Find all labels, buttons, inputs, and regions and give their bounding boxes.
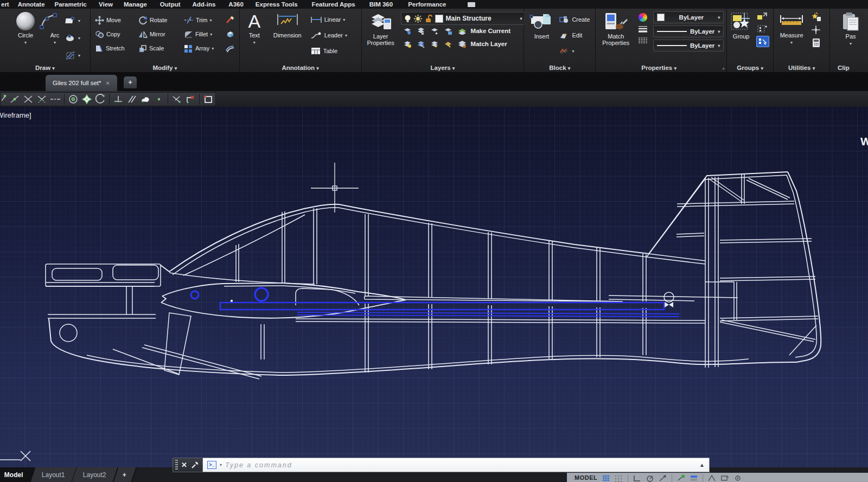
linetype-dropdown[interactable]: ByLayer▾ [653, 40, 724, 52]
lineweight-dropdown[interactable]: ByLayer▾ [653, 25, 724, 37]
ribbon-toggle-icon[interactable] [468, 2, 475, 7]
layer-dropdown[interactable]: Main Structure ▾ [401, 12, 526, 25]
linear-dimension-button[interactable]: Linear ▾ [310, 13, 347, 26]
menu-item-annotate[interactable]: Annotate [18, 1, 45, 8]
menu-item-parametric[interactable]: Parametric [55, 1, 87, 8]
table-button[interactable]: Table [310, 44, 347, 57]
drawing-canvas[interactable]: Wireframe] W [0, 107, 868, 482]
command-input[interactable]: >_ ▾ Type a command ▲ [203, 458, 710, 472]
object-snap-icon[interactable] [676, 474, 685, 482]
measure-button[interactable]: Measure▾ [775, 12, 808, 45]
menu-item-performance[interactable]: Performance [408, 1, 446, 8]
lineweight-display-icon[interactable] [690, 474, 698, 482]
layer-freeze-icon[interactable] [430, 27, 439, 35]
color-wheel-icon[interactable] [639, 13, 647, 22]
command-history-toggle[interactable]: ▲ [699, 462, 705, 468]
drawing-tab-active[interactable]: Giles 202 full set* ✕ [46, 75, 117, 91]
lineweight-list-icon[interactable] [638, 25, 648, 33]
menu-item-manage[interactable]: Manage [124, 1, 147, 8]
match-layer-label[interactable]: Match Layer [471, 41, 507, 47]
layer-walk-icon[interactable] [444, 40, 452, 48]
osnap-extension-icon[interactable] [49, 93, 61, 105]
group-edit-icon[interactable] [756, 24, 768, 33]
osnap-center-icon[interactable] [67, 93, 79, 105]
panel-label-annotation[interactable]: Annotation ▾ [240, 65, 361, 71]
panel-label-groups[interactable]: Groups ▾ [727, 65, 773, 71]
layer-lock-icon[interactable] [444, 27, 452, 35]
osnap-settings-icon[interactable] [202, 93, 214, 105]
paste-button[interactable]: Pas▾ [835, 12, 866, 46]
osnap-apparent-intersection-icon[interactable] [36, 93, 48, 105]
drawing-tab-close-icon[interactable]: ✕ [106, 80, 110, 86]
quick-calc-icon[interactable] [812, 38, 820, 48]
osnap-tangent-icon[interactable] [94, 93, 106, 105]
scale-button[interactable]: Scale [138, 42, 184, 55]
panel-label-properties[interactable]: Properties ▾ ⌟ [596, 65, 726, 71]
text-button[interactable]: A Text▾ [241, 12, 268, 45]
mirror-button[interactable]: Mirror [138, 28, 184, 41]
ortho-mode-icon[interactable] [633, 474, 641, 482]
ellipse-tool-button[interactable]: ▾ [65, 31, 80, 44]
menu-item-featured-apps[interactable]: Featured Apps [312, 1, 355, 8]
rectangle-tool-button[interactable]: ▾ [65, 14, 80, 27]
osnap-intersection-icon[interactable] [22, 93, 34, 105]
stretch-button[interactable]: Stretch [95, 42, 138, 55]
workspace-gear-icon[interactable] [733, 474, 742, 482]
rotate-button[interactable]: Rotate [138, 14, 184, 27]
line-button-partial[interactable]: ne [0, 12, 4, 38]
osnap-midpoint-icon[interactable] [9, 93, 21, 105]
tab-layout2[interactable]: Layout2 [72, 467, 118, 482]
quick-select-icon[interactable] [810, 12, 821, 22]
panel-label-draw[interactable]: Draw ▾ [0, 65, 90, 71]
osnap-node-icon[interactable] [153, 93, 165, 105]
osnap-quadrant-icon[interactable] [81, 93, 93, 105]
osnap-nearest-icon[interactable] [171, 93, 183, 105]
viewcube-west-label[interactable]: W [860, 135, 868, 148]
erase-button[interactable] [225, 14, 239, 27]
panel-label-modify[interactable]: Modify ▾ [91, 65, 239, 71]
leader-button[interactable]: Leader ▾ [310, 29, 347, 42]
osnap-perpendicular-icon[interactable] [112, 93, 124, 105]
new-drawing-tab-button[interactable]: + [124, 76, 137, 88]
trim-button[interactable]: Trim ▾ [184, 14, 225, 27]
osnap-parallel-icon[interactable] [126, 93, 138, 105]
recent-commands-caret[interactable]: ▾ [220, 462, 222, 467]
edit-block-button[interactable]: Edit [559, 29, 590, 42]
copy-button[interactable]: Copy [95, 28, 138, 41]
ungroup-icon[interactable] [756, 12, 768, 21]
snap-mode-icon[interactable] [615, 474, 623, 482]
osnap-tracking-icon[interactable] [659, 474, 667, 482]
menu-item-output[interactable]: Output [160, 1, 181, 8]
layer-isolate-icon[interactable] [403, 27, 412, 35]
layer-unlock-all-icon[interactable] [430, 40, 439, 48]
new-layout-button[interactable]: + [114, 467, 137, 482]
array-button[interactable]: Array ▾ [184, 42, 225, 55]
offset-button[interactable] [225, 42, 239, 55]
point-style-icon[interactable] [811, 25, 821, 35]
layer-properties-button[interactable]: Layer Properties [363, 12, 399, 46]
group-selection-toggle-active[interactable] [756, 36, 769, 47]
dimension-button[interactable]: Dimension [268, 12, 307, 38]
osnap-none-icon[interactable] [184, 93, 196, 105]
osnap-endpoint-icon-partial[interactable] [2, 93, 7, 105]
make-current-label[interactable]: Make Current [471, 28, 511, 34]
panel-label-clipboard[interactable]: Clip [830, 65, 868, 71]
viewport-control-label[interactable]: Wireframe] [0, 111, 31, 119]
panel-label-block[interactable]: Block ▾ [524, 65, 595, 71]
menu-item-express-tools[interactable]: Express Tools [256, 1, 298, 8]
group-button[interactable]: Group [727, 12, 755, 40]
osnap-insert-icon[interactable] [139, 93, 151, 105]
explode-button[interactable] [225, 28, 239, 41]
annotation-scale-icon[interactable] [720, 474, 729, 482]
panel-label-utilities[interactable]: Utilities ▾ [774, 65, 829, 71]
menu-item-insert-cut[interactable]: ert [1, 1, 9, 8]
tab-model[interactable]: Model [0, 467, 35, 482]
model-space-indicator[interactable]: MODEL [575, 474, 597, 481]
polar-tracking-icon[interactable] [646, 474, 654, 482]
command-bar-grip[interactable] [175, 460, 178, 470]
layer-thaw-icon[interactable] [417, 40, 425, 48]
block-attributes-button[interactable]: ▾ [559, 44, 590, 57]
layer-unisolate-icon[interactable] [417, 27, 425, 35]
dynamic-input-icon[interactable] [707, 474, 716, 482]
make-current-icon[interactable] [457, 27, 466, 35]
